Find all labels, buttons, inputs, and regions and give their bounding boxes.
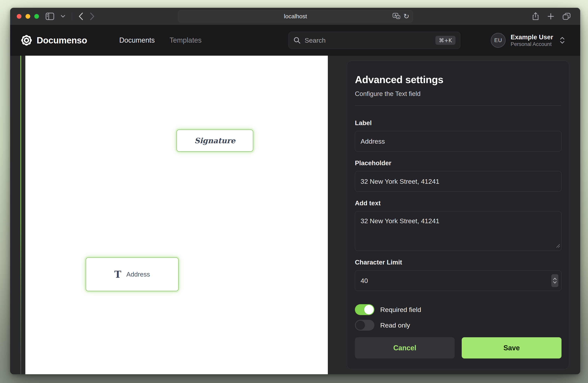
close-window-button[interactable]: [17, 14, 21, 19]
tab-overview-icon[interactable]: [563, 13, 570, 20]
brand-name: Documenso: [37, 35, 87, 46]
character-limit-input[interactable]: [355, 270, 562, 291]
back-button-icon[interactable]: [79, 12, 83, 20]
fullscreen-window-button[interactable]: [34, 14, 39, 19]
sidebar-toggle-icon[interactable]: [46, 13, 54, 20]
nav-link-documents[interactable]: Documents: [119, 36, 155, 44]
advanced-settings-panel: Advanced settings Configure the Text fie…: [347, 61, 569, 369]
new-tab-icon[interactable]: [547, 13, 554, 20]
character-limit-field-label: Character Limit: [355, 259, 402, 266]
signature-field[interactable]: Signature: [176, 129, 253, 152]
text-field-address[interactable]: T Address: [85, 257, 179, 291]
read-only-row: Read only: [355, 320, 410, 331]
translate-icon[interactable]: A ★: [393, 13, 400, 20]
signature-field-label: Signature: [194, 136, 235, 145]
minimize-window-button[interactable]: [25, 14, 30, 19]
svg-text:★: ★: [397, 16, 399, 19]
panel-actions: Cancel Save: [355, 337, 562, 359]
search-icon: [293, 37, 301, 44]
placeholder-input[interactable]: [355, 171, 562, 192]
user-info: Example User Personal Account: [511, 33, 553, 48]
required-field-toggle[interactable]: [355, 304, 374, 315]
app-navbar: Documenso Documents Templates Search ⌘+K…: [10, 25, 580, 56]
browser-window: localhost A ★ ↻: [10, 8, 580, 374]
reload-icon[interactable]: ↻: [403, 13, 409, 20]
share-icon[interactable]: [532, 12, 539, 20]
user-menu[interactable]: EU Example User Personal Account: [491, 25, 565, 56]
required-field-label: Required field: [380, 306, 421, 313]
label-input[interactable]: [355, 131, 562, 152]
cancel-button[interactable]: Cancel: [355, 337, 455, 359]
address-bar[interactable]: localhost A ★ ↻: [178, 10, 413, 22]
nav-link-templates[interactable]: Templates: [169, 36, 202, 44]
chevrons-up-down-icon: [560, 37, 565, 44]
label-field-label: Label: [355, 119, 372, 127]
read-only-toggle[interactable]: [355, 320, 374, 331]
add-text-field-label: Add text: [355, 199, 381, 207]
forward-button-icon[interactable]: [90, 12, 95, 20]
traffic-lights: [17, 8, 39, 25]
browser-titlebar: localhost A ★ ↻: [10, 8, 580, 25]
placeholder-field-label: Placeholder: [355, 159, 391, 167]
user-name: Example User: [511, 33, 553, 41]
text-field-label: Address: [126, 271, 150, 278]
panel-divider: [355, 105, 561, 106]
documenso-logo-icon: [21, 35, 32, 46]
nav-links: Documents Templates: [119, 25, 202, 56]
page-accent-line: [20, 56, 21, 374]
toolbar-separator: [72, 12, 72, 20]
user-account-type: Personal Account: [511, 41, 553, 48]
panel-title: Advanced settings: [355, 74, 443, 85]
read-only-label: Read only: [380, 322, 410, 329]
toggle-knob: [356, 321, 365, 330]
main-content: Signature T Address Advanced settings Co…: [10, 56, 580, 374]
save-button[interactable]: Save: [462, 337, 562, 359]
avatar-initials: EU: [494, 37, 502, 43]
address-bar-url: localhost: [284, 13, 307, 20]
required-field-row: Required field: [355, 304, 421, 315]
search-input[interactable]: Search ⌘+K: [289, 32, 460, 49]
search-shortcut-badge: ⌘+K: [435, 36, 456, 45]
pdf-page: Signature T Address: [25, 56, 328, 374]
number-stepper[interactable]: [551, 274, 558, 287]
avatar: EU: [491, 33, 505, 48]
brand[interactable]: Documenso: [21, 25, 87, 56]
search-placeholder: Search: [305, 37, 435, 44]
browser-toolbar-right: [532, 8, 570, 25]
text-field-icon: T: [114, 270, 121, 279]
toggle-knob: [364, 305, 374, 314]
add-text-textarea[interactable]: 32 New York Street, 41241: [355, 211, 562, 251]
sidebar-chevron-down-icon[interactable]: [61, 15, 65, 18]
browser-toolbar-left: [46, 8, 95, 25]
panel-subtitle: Configure the Text field: [355, 90, 420, 97]
